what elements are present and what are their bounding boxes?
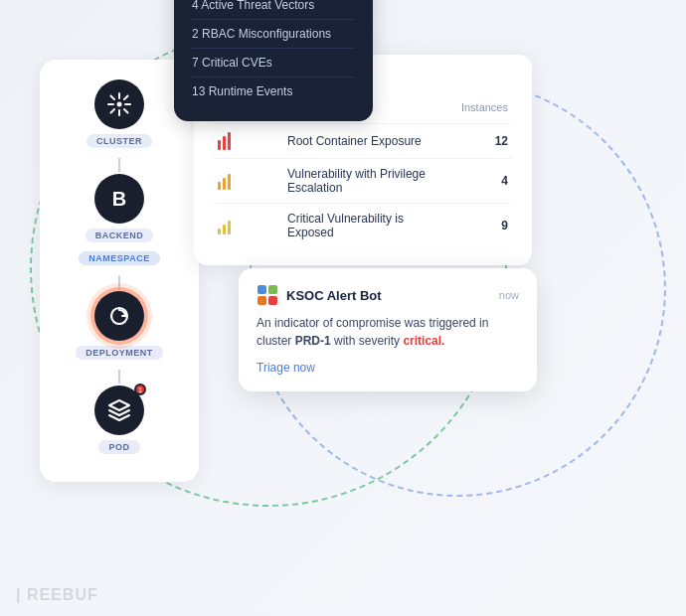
k8s-hierarchy-panel: CLUSTER B BACKEND NAMESPACE DEPLOYMENT [40,60,199,482]
freebuf-watermark: | REEBUF [16,586,98,604]
severity-bar-icon-high [218,132,287,150]
main-container: CLUSTER B BACKEND NAMESPACE DEPLOYMENT [0,0,686,616]
backend-node: B BACKEND NAMESPACE [79,174,159,269]
severity-cell-2 [218,172,287,190]
deployment-icon [94,291,144,341]
alert-time: now [499,289,519,301]
list-item: 2 RBAC Misconfigurations [192,20,355,49]
cluster-badge: CLUSTER [86,134,152,148]
deployment-node: DEPLOYMENT [76,291,163,364]
svg-point-0 [117,102,122,107]
alert-header: KSOC Alert Bot now [257,284,519,306]
list-item: 7 Critical CVEs [192,49,355,77]
threat-table: Severity Name Instances Root Container E… [214,101,512,247]
pod-badge: POD [98,440,139,454]
svg-line-7 [124,96,128,100]
instances-3: 9 [448,219,508,232]
alert-cluster-name: PRD-1 [295,334,331,348]
alert-bot-name: KSOC Alert Bot [286,288,382,303]
ksoc-logo-blocks [257,285,277,305]
severity-bar-icon-low [218,217,287,234]
table-row: Critical Vulnerability is Exposed 9 [214,203,512,247]
alert-message-suffix: with severity [331,334,404,348]
notification-dot: 1 [134,384,146,395]
list-item: 4 Active Threat Vectors [192,0,355,20]
alert-card: KSOC Alert Bot now An indicator of compr… [239,268,537,391]
threat-name-3: Critical Vulnerability is Exposed [287,212,448,239]
pod-icon: 1 [94,385,144,435]
connector-3 [118,370,120,384]
deployment-badge: DEPLOYMENT [76,346,163,360]
cluster-node: CLUSTER [86,79,152,152]
cluster-icon [94,79,144,129]
pod-detail-panel: POD 4 Active Threat Vectors 2 RBAC Misco… [174,0,373,121]
connector-2 [118,275,120,289]
severity-cell-3 [218,217,287,234]
threat-name-2: Vulnerability with Privilege Escalation [287,167,448,195]
severity-cell-1 [218,132,287,150]
pod-node: 1 POD [94,385,144,458]
list-item: 13 Runtime Events [192,77,355,105]
svg-line-5 [111,96,115,100]
alert-severity: critical. [403,334,444,348]
table-row: Vulnerability with Privilege Escalation … [214,158,512,203]
instances-1: 12 [448,134,508,148]
threat-name-1: Root Container Exposure [287,134,448,148]
svg-line-6 [124,109,128,113]
backend-icon: B [94,174,144,224]
alert-body: An indicator of compromise was triggered… [257,314,519,350]
alert-header-left: KSOC Alert Bot [257,284,382,306]
namespace-badge: NAMESPACE [79,251,159,265]
table-row: Root Container Exposure 12 [214,123,512,158]
triage-link[interactable]: Triage now [257,361,315,375]
severity-bar-icon-medium [218,172,287,190]
ksoc-logo [257,284,278,306]
connector-1 [118,158,120,172]
col-instances-header: Instances [448,101,508,113]
backend-badge: BACKEND [86,229,154,242]
instances-2: 4 [448,174,508,188]
svg-line-8 [111,109,115,113]
